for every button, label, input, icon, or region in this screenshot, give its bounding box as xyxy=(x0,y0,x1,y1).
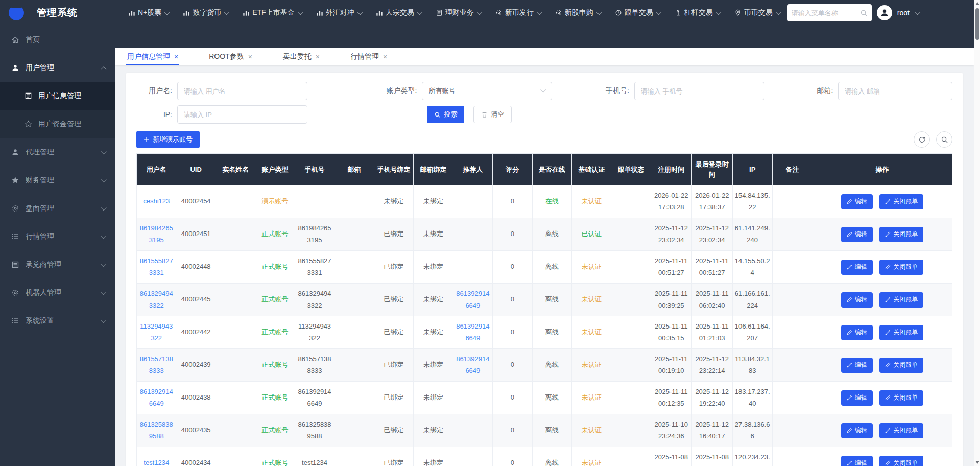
close-follow-button[interactable]: 关闭跟单 xyxy=(879,227,923,242)
cell-kyc: 未认证 xyxy=(571,447,611,466)
nav-menu-etf[interactable]: ETF上市基金 xyxy=(243,8,302,17)
col-kyc: 基础认证 xyxy=(571,154,611,185)
username-input[interactable] xyxy=(177,82,307,100)
close-follow-button[interactable]: 关闭跟单 xyxy=(879,358,923,373)
tab-close-icon[interactable]: × xyxy=(174,53,178,61)
table-row: 8619842653195 40002451 正式账号 861984265319… xyxy=(137,218,952,251)
close-follow-button[interactable]: 关闭跟单 xyxy=(879,325,923,340)
nav-menu-forex[interactable]: 外汇对冲 xyxy=(316,8,362,17)
scroll-down-icon[interactable] xyxy=(975,461,979,464)
close-follow-button[interactable]: 关闭跟单 xyxy=(879,194,923,209)
cell-last-login: 2025-11-12 16:40:17 xyxy=(691,414,732,447)
tab-close-icon[interactable]: × xyxy=(383,53,387,61)
edit-button[interactable]: 编辑 xyxy=(841,423,873,438)
nav-menu-ipo[interactable]: 新股申购 xyxy=(555,8,601,17)
edit-button[interactable]: 编辑 xyxy=(841,260,873,275)
cell-username[interactable]: 8613294943322 xyxy=(137,284,176,316)
cell-username[interactable]: 8619842653195 xyxy=(137,218,176,251)
cell-account-type: 正式账号 xyxy=(255,316,295,349)
scrollbar-thumb[interactable] xyxy=(975,8,979,40)
clear-button[interactable]: 清空 xyxy=(473,106,512,123)
menu-search-input[interactable] xyxy=(792,9,860,17)
user-info-card: 用户名: 账户类型: 所有账号 手机号: 邮箱: xyxy=(126,73,963,466)
cell-phone: 8619842653195 xyxy=(295,218,334,251)
nav-menu-block-trade[interactable]: 大宗交易 xyxy=(376,8,422,17)
sidebar-item-finance[interactable]: 财务管理 xyxy=(0,166,115,194)
nav-menu-spot[interactable]: 币币交易 xyxy=(734,8,780,17)
cell-username[interactable]: 113294943322 xyxy=(137,316,176,349)
edit-button[interactable]: 编辑 xyxy=(841,325,873,340)
close-follow-button[interactable]: 关闭跟单 xyxy=(879,456,923,466)
ip-input[interactable] xyxy=(177,105,307,124)
cell-email-bound: 未绑定 xyxy=(414,447,453,466)
tab-close-icon[interactable]: × xyxy=(248,53,252,61)
nav-menu-stocks[interactable]: N+股票 xyxy=(128,8,169,17)
search-button[interactable]: 搜索 xyxy=(427,106,464,123)
clear-button-label: 清空 xyxy=(491,110,504,119)
tab-close-icon[interactable]: × xyxy=(316,53,320,61)
avatar[interactable] xyxy=(877,5,892,20)
sidebar-item-agents[interactable]: 代理管理 xyxy=(0,138,115,166)
nav-menu-new-coin[interactable]: 新币发行 xyxy=(495,8,541,17)
tab-sell-orders[interactable]: 卖出委托 × xyxy=(282,48,321,65)
sidebar-item-market-panel[interactable]: 盘面管理 xyxy=(0,194,115,222)
cell-username[interactable]: test1234 xyxy=(137,447,176,466)
header-dark-strip xyxy=(115,26,974,48)
nav-menu-wealth[interactable]: 理财业务 xyxy=(436,8,482,17)
cell-username[interactable]: 8613929146649 xyxy=(137,382,176,414)
edit-button[interactable]: 编辑 xyxy=(841,358,873,373)
edit-button[interactable]: 编辑 xyxy=(841,456,873,466)
cell-username[interactable]: 8613258389588 xyxy=(137,414,176,447)
account-type-select[interactable]: 所有账号 xyxy=(422,82,552,100)
refresh-button[interactable] xyxy=(914,131,930,148)
cell-referrer[interactable]: 8613929146649 xyxy=(453,349,492,382)
nav-menu-crypto[interactable]: 数字货币 xyxy=(183,8,229,17)
sidebar-item-home[interactable]: 首页 xyxy=(0,26,115,54)
edit-button[interactable]: 编辑 xyxy=(841,194,873,209)
page-scrollbar[interactable] xyxy=(974,0,980,466)
nav-menu-label: 新币发行 xyxy=(505,8,534,17)
email-input[interactable] xyxy=(838,82,952,100)
menu-search-box[interactable] xyxy=(787,4,872,21)
edit-button[interactable]: 编辑 xyxy=(841,227,873,242)
tab-quotes[interactable]: 行情管理 × xyxy=(349,48,388,65)
cell-kyc: 未认证 xyxy=(571,251,611,284)
sidebar-item-user-funds[interactable]: 用户资金管理 xyxy=(0,110,115,138)
nav-menu-copy-trade[interactable]: 跟单交易 xyxy=(615,8,661,17)
tab-user-info[interactable]: 用户信息管理 × xyxy=(126,48,179,65)
app-logo-icon xyxy=(6,3,27,23)
user-name[interactable]: root xyxy=(897,9,910,17)
edit-button[interactable]: 编辑 xyxy=(841,292,873,308)
cell-online: 离线 xyxy=(532,382,571,414)
tab-root-params[interactable]: ROOT参数 × xyxy=(208,48,253,65)
close-follow-button[interactable]: 关闭跟单 xyxy=(879,292,923,308)
cell-referrer[interactable]: 8613929146649 xyxy=(453,316,492,349)
sidebar-item-acceptors[interactable]: 承兑商管理 xyxy=(0,250,115,278)
sidebar-item-label: 用户信息管理 xyxy=(38,91,106,101)
sidebar-item-quotes[interactable]: 行情管理 xyxy=(0,222,115,250)
search-icon[interactable] xyxy=(860,9,868,17)
user-menu-chevron-icon[interactable] xyxy=(915,9,920,15)
add-demo-account-button[interactable]: 新增演示账号 xyxy=(136,131,200,148)
pencil-icon xyxy=(847,460,852,466)
cell-email xyxy=(334,218,374,251)
cell-referrer[interactable]: 8613929146649 xyxy=(453,284,492,316)
sidebar-item-system-settings[interactable]: 系统设置 xyxy=(0,307,115,335)
cell-username[interactable]: 8615558273331 xyxy=(137,251,176,284)
close-follow-button[interactable]: 关闭跟单 xyxy=(879,260,923,275)
phone-input[interactable] xyxy=(634,82,764,100)
edit-button[interactable]: 编辑 xyxy=(841,390,873,406)
close-follow-button[interactable]: 关闭跟单 xyxy=(879,390,923,406)
sidebar-item-user-management[interactable]: 用户管理 xyxy=(0,54,115,82)
cell-email xyxy=(334,447,374,466)
cell-remark xyxy=(772,414,812,447)
cell-username[interactable]: 8615571388333 xyxy=(137,349,176,382)
scroll-up-icon[interactable] xyxy=(975,2,979,5)
column-search-button[interactable] xyxy=(936,131,952,148)
clock-icon xyxy=(615,9,622,16)
cell-username[interactable]: ceshi123 xyxy=(137,185,176,218)
sidebar-item-robots[interactable]: 机器人管理 xyxy=(0,278,115,307)
sidebar-item-user-info[interactable]: 用户信息管理 xyxy=(0,82,115,110)
close-follow-button[interactable]: 关闭跟单 xyxy=(879,423,923,438)
nav-menu-leverage[interactable]: 杠杆交易 xyxy=(675,8,721,17)
